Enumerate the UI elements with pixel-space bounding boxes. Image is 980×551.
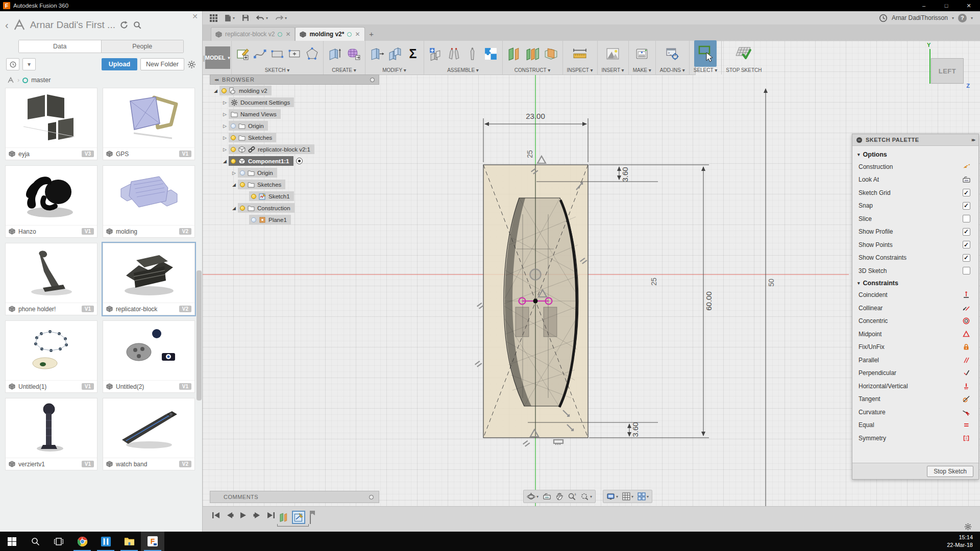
project-card-verziertv1[interactable]: verziertv1 V1 <box>5 398 97 470</box>
tree-row-component-origin[interactable]: ▷ Origin <box>210 167 379 179</box>
measure-icon[interactable] <box>572 46 587 61</box>
version-badge[interactable]: V1 <box>82 461 94 467</box>
expand-icon[interactable]: ◢ <box>212 88 219 93</box>
extrude-icon[interactable] <box>328 46 342 61</box>
collapse-browser-icon[interactable]: ◂◂ <box>214 77 218 82</box>
timeline-position-marker[interactable] <box>308 511 312 524</box>
plane-through-icon[interactable] <box>544 46 558 61</box>
step-back-button[interactable] <box>226 512 234 519</box>
sketch-grid-checkbox[interactable]: ✓ <box>963 189 970 196</box>
panel-scrollbar[interactable] <box>197 270 202 400</box>
as-built-joint-icon[interactable] <box>465 46 480 61</box>
project-card-phone-holder[interactable]: phone holder! V1 <box>5 243 97 315</box>
option-slice[interactable]: Slice <box>852 212 978 226</box>
center-rectangle-icon[interactable] <box>288 47 302 61</box>
activate-component-radio[interactable] <box>296 158 303 164</box>
save-icon[interactable] <box>242 14 249 21</box>
project-card-molding[interactable]: molding V2 <box>103 165 195 238</box>
group-label-sketch[interactable]: SKETCH ▾ <box>265 67 289 73</box>
option-snap[interactable]: Snap ✓ <box>852 199 978 213</box>
dim-bottom-thickness[interactable]: 3.60 <box>631 422 640 437</box>
option-sketch-grid[interactable]: Sketch Grid ✓ <box>852 186 978 199</box>
offset-plane-icon[interactable] <box>507 46 522 61</box>
tree-row-sketch1[interactable]: Sketch1 <box>210 190 379 202</box>
polygon-icon[interactable] <box>305 47 319 61</box>
constraint-collinear[interactable]: Collinear <box>852 302 978 315</box>
option-show-points[interactable]: Show Points ✓ <box>852 238 978 252</box>
project-card-hanzo[interactable]: Hanzo V1 <box>5 165 97 238</box>
press-pull-icon[interactable] <box>370 46 384 61</box>
zoom-window-button[interactable]: ▾ <box>580 492 592 501</box>
display-settings-button[interactable]: ▾ <box>606 493 618 500</box>
project-card-replicator-block[interactable]: replicator-block V2 <box>103 243 195 315</box>
combine-icon[interactable] <box>388 46 403 61</box>
addins-scripts-icon[interactable]: >_ <box>665 46 680 61</box>
visibility-bulb-icon[interactable] <box>251 217 256 222</box>
version-badge[interactable]: V1 <box>82 306 94 312</box>
expand-icon[interactable]: ▷ <box>221 147 229 152</box>
visibility-bulb-icon[interactable] <box>231 159 236 164</box>
visibility-bulb-icon[interactable] <box>240 206 245 211</box>
maximize-button[interactable]: □ <box>935 0 958 11</box>
history-filter-button[interactable] <box>6 58 19 70</box>
constraint-midpoint[interactable]: Midpoint <box>852 328 978 341</box>
dim-width[interactable]: 23.00 <box>526 112 545 120</box>
look-at-icon[interactable] <box>962 176 971 184</box>
search-icon[interactable] <box>133 20 142 30</box>
visibility-bulb-icon[interactable] <box>231 135 236 140</box>
new-component-icon[interactable] <box>428 46 443 61</box>
show-points-checkbox[interactable]: ✓ <box>963 241 970 248</box>
group-label-stop-sketch[interactable]: STOP SKETCH <box>726 67 762 73</box>
project-logo-small-icon[interactable] <box>7 77 14 84</box>
tab-close-icon[interactable]: ✕ <box>285 31 290 38</box>
group-label-modify[interactable]: MODIFY ▾ <box>382 67 406 73</box>
panel-close-icon[interactable]: ✕ <box>192 12 198 20</box>
project-card-gps[interactable]: GPS V1 <box>103 88 195 160</box>
version-badge[interactable]: V2 <box>179 228 191 235</box>
breadcrumb-item[interactable]: master <box>31 77 51 84</box>
taskbar-fusion-360[interactable]: F <box>141 532 164 551</box>
option-construction[interactable]: Construction <box>852 160 978 173</box>
tree-row-component1[interactable]: ◢ Component1:1 <box>210 155 379 167</box>
expand-icon[interactable]: ▷ <box>221 135 229 140</box>
visibility-bulb-icon[interactable] <box>251 194 256 199</box>
timeline-sketch-feature[interactable] <box>293 512 304 523</box>
tree-row-molding[interactable]: ◢ molding v2 <box>210 85 379 96</box>
group-label-assemble[interactable]: ASSEMBLE ▾ <box>447 67 479 73</box>
constraint-parallel[interactable]: Parallel <box>852 354 978 367</box>
tree-row-named-views[interactable]: ▷ Named Views <box>210 108 379 120</box>
project-card-eyja[interactable]: eyja V3 <box>5 88 97 160</box>
select-tool-active[interactable] <box>694 40 717 67</box>
create-sketch-icon[interactable] <box>236 47 250 61</box>
back-arrow-icon[interactable]: ‹ <box>5 20 9 30</box>
tree-row-sketches[interactable]: ▷ Sketches <box>210 132 379 143</box>
expand-icon[interactable]: ▷ <box>230 170 238 176</box>
constraint-perpendicular[interactable]: Perpendicular <box>852 367 978 380</box>
options-section-header[interactable]: ▾Options <box>852 149 978 160</box>
dim-top-thickness[interactable]: 3.60 <box>621 167 629 182</box>
group-label-insert[interactable]: INSERT ▾ <box>602 67 624 73</box>
version-badge[interactable]: V1 <box>179 151 191 157</box>
zoom-button[interactable]: ± <box>568 492 576 501</box>
user-dropdown-icon[interactable]: ▾ <box>952 16 954 20</box>
version-badge[interactable]: V2 <box>179 306 191 312</box>
3d-sketch-checkbox[interactable] <box>963 267 970 274</box>
constraint-concentric[interactable]: Concentric <box>852 315 978 328</box>
tab-close-icon[interactable]: ✕ <box>355 31 360 38</box>
comments-toggle-icon[interactable] <box>369 495 374 499</box>
project-card-watch-band[interactable]: watch band V2 <box>103 398 195 470</box>
skip-to-end-button[interactable] <box>267 512 275 519</box>
browser-toggle-icon[interactable] <box>370 78 375 82</box>
constraint-tangent[interactable]: Tangent <box>852 393 978 406</box>
group-label-make[interactable]: MAKE ▾ <box>633 67 651 73</box>
timeline-plane-feature[interactable] <box>278 512 289 523</box>
insert-image-icon[interactable] <box>605 46 620 61</box>
redo-button[interactable]: ▾ <box>275 15 287 21</box>
option-show-constraints[interactable]: Show Constraints ✓ <box>852 252 978 265</box>
group-label-select[interactable]: SELECT ▾ <box>694 67 718 73</box>
construction-icon[interactable] <box>962 162 971 171</box>
tree-row-construction[interactable]: ◢ Construction <box>210 202 379 214</box>
taskbar-clock[interactable]: 15:14 22-Mar-18 <box>947 532 980 551</box>
dim-height[interactable]: 60.00 <box>704 291 713 311</box>
doc-tab-replicator-block[interactable]: replicator-block v2 ✕ <box>211 27 295 41</box>
